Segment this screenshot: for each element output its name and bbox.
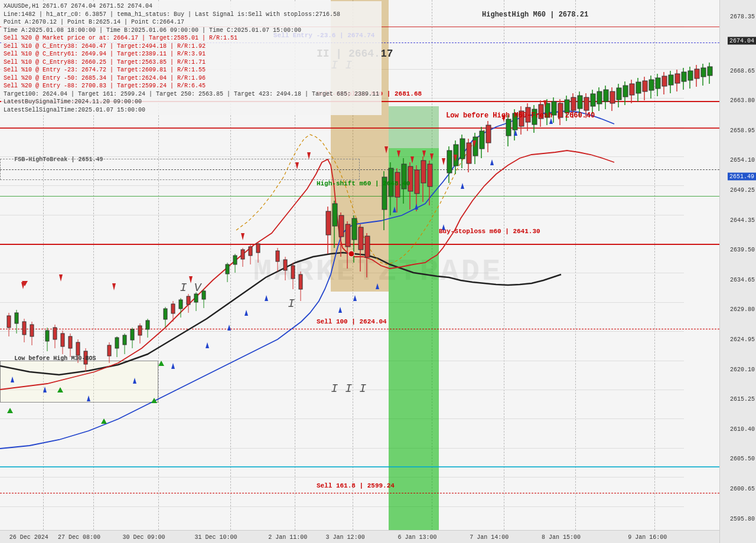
roman-iii: I I I <box>331 382 366 395</box>
fsb-line <box>0 169 719 170</box>
price-2663: 2663.80 <box>730 97 755 104</box>
cyan-line <box>0 466 719 467</box>
price-2658: 2658.95 <box>730 127 755 133</box>
grid-h-10 <box>0 302 684 303</box>
arrow-up-5 <box>158 361 164 366</box>
time-line: Time A:2025.01.08 18:00:00 | Time B:2025… <box>4 27 379 35</box>
svg-marker-180 <box>353 295 357 301</box>
svg-rect-137 <box>604 90 608 102</box>
low-before-high-m30-label: Low before High M30-BOS <box>14 355 96 362</box>
svg-rect-159 <box>675 74 680 83</box>
title-line: XAUUSDe,H1 2671.67 2674.04 2671.52 2674.… <box>4 2 379 11</box>
price-axis: 2678.35 2674.04 2668.65 2663.80 2658.95 … <box>719 0 756 543</box>
svg-rect-29 <box>138 326 142 335</box>
time-9jan: 9 Jan 16:00 <box>628 534 667 541</box>
svg-marker-193 <box>241 233 245 240</box>
low-before-high-m30-box <box>0 361 158 403</box>
time-6jan: 6 Jan 13:00 <box>397 534 436 541</box>
svg-rect-169 <box>708 67 712 76</box>
svg-rect-17 <box>76 342 80 355</box>
grid-v-10 <box>654 0 655 530</box>
svg-rect-13 <box>61 333 64 346</box>
svg-rect-103 <box>480 131 484 149</box>
price-2678: 2678.35 <box>730 13 755 19</box>
svg-rect-43 <box>202 291 206 299</box>
svg-rect-25 <box>123 335 126 345</box>
info-panel: XAUUSDe,H1 2671.67 2674.04 2671.52 2674.… <box>1 1 382 115</box>
time-axis: 26 Dec 2024 27 Dec 08:00 30 Dec 09:00 31… <box>0 530 719 543</box>
chart-container: MARKETZTRADE <box>0 0 756 543</box>
arrow-up-4 <box>151 398 157 403</box>
svg-marker-187 <box>514 130 517 136</box>
sell-161-label: Sell 161.8 | 2599.24 <box>317 482 395 489</box>
targets-line: Target100: 2624.04 | Target 161: 2599.24… <box>4 90 379 99</box>
svg-rect-51 <box>249 247 252 256</box>
price-2629: 2629.80 <box>730 306 755 313</box>
svg-rect-35 <box>171 304 175 313</box>
svg-marker-186 <box>490 159 494 165</box>
time-26dec: 26 Dec 2024 <box>9 534 48 541</box>
sell-line-7: Sell %20 @ Entry -88: 2700.83 | Target:2… <box>4 82 379 90</box>
svg-rect-147 <box>636 82 641 93</box>
price-2595: 2595.80 <box>730 515 755 522</box>
price-2634: 2634.65 <box>730 276 755 283</box>
grid-h-11 <box>0 331 684 332</box>
roman-i: I <box>288 297 295 310</box>
high-shift-label: High-shift m60 | 2648.40 <box>317 180 410 187</box>
price-2610: 2610.40 <box>730 426 755 432</box>
high-shift-line <box>0 196 719 197</box>
low-before-high-line <box>0 127 719 129</box>
svg-rect-7 <box>30 325 34 336</box>
svg-rect-49 <box>241 250 245 259</box>
grid-h-17 <box>0 506 684 507</box>
time-30dec: 30 Dec 09:00 <box>123 534 165 541</box>
time-8jan: 8 Jan 15:00 <box>542 534 581 541</box>
svg-rect-151 <box>649 80 654 90</box>
price-2644: 2644.35 <box>730 217 755 223</box>
grid-v-8 <box>504 0 504 530</box>
arrow-up-3 <box>101 418 107 424</box>
svg-marker-175 <box>206 342 209 348</box>
svg-rect-23 <box>115 338 119 348</box>
sell-line-5: Sell %10 @ Entry -23: 2674.72 | Target:2… <box>4 66 379 74</box>
svg-rect-133 <box>591 94 595 106</box>
sell-100-label: Sell 100 | 2624.04 <box>317 318 387 325</box>
price-2649: 2649.25 <box>730 187 755 194</box>
svg-rect-47 <box>233 256 237 264</box>
svg-rect-145 <box>630 84 634 95</box>
arrow-up-1 <box>7 408 13 413</box>
svg-rect-97 <box>460 139 465 159</box>
svg-rect-33 <box>164 309 167 319</box>
time-7jan: 7 Jan 14:00 <box>470 534 509 541</box>
price-2605: 2605.50 <box>730 456 755 462</box>
price-2651: 2651.49 <box>728 173 756 181</box>
svg-rect-167 <box>701 68 706 77</box>
svg-rect-39 <box>187 296 190 305</box>
sell-line-1: Sell %20 @ Market price or at: 2664.17 |… <box>4 34 379 42</box>
arrow-down-1 <box>22 281 28 286</box>
svg-rect-31 <box>146 320 149 329</box>
price-2615: 2615.25 <box>730 396 755 403</box>
fsb-high-label: FSB-HighToBreak | 2651.49 <box>14 156 103 163</box>
svg-rect-143 <box>623 86 628 97</box>
point-line: Point A:2670.12 | Point B:2625.14 | Poin… <box>4 18 379 27</box>
price-2639: 2639.50 <box>730 247 755 253</box>
latest-buy-line: LatestBuySignalTime:2024.11.20 09:00:00 <box>4 98 379 106</box>
price-2624: 2624.95 <box>730 336 755 343</box>
latest-sell-line: LatestSellSignalTime:2025.01.07 15:00:00 <box>4 106 379 115</box>
low-before-high-label: Low before High M60-Fresh | 2660.40 <box>446 112 595 120</box>
price-2620: 2620.10 <box>730 366 755 372</box>
svg-marker-191 <box>112 283 116 290</box>
sell-100-line <box>0 329 719 329</box>
sell-line-6: Sell %20 @ Entry -50: 2685.34 | Target:2… <box>4 74 379 83</box>
svg-rect-163 <box>688 71 693 80</box>
price-2600: 2600.65 <box>730 486 755 492</box>
svg-rect-99 <box>467 143 471 163</box>
svg-marker-179 <box>338 307 342 313</box>
svg-marker-201 <box>442 158 445 165</box>
svg-rect-131 <box>584 97 589 110</box>
svg-rect-95 <box>454 145 458 166</box>
svg-rect-149 <box>643 81 647 91</box>
svg-marker-177 <box>245 310 248 316</box>
time-3jan: 3 Jan 12:00 <box>326 534 365 541</box>
